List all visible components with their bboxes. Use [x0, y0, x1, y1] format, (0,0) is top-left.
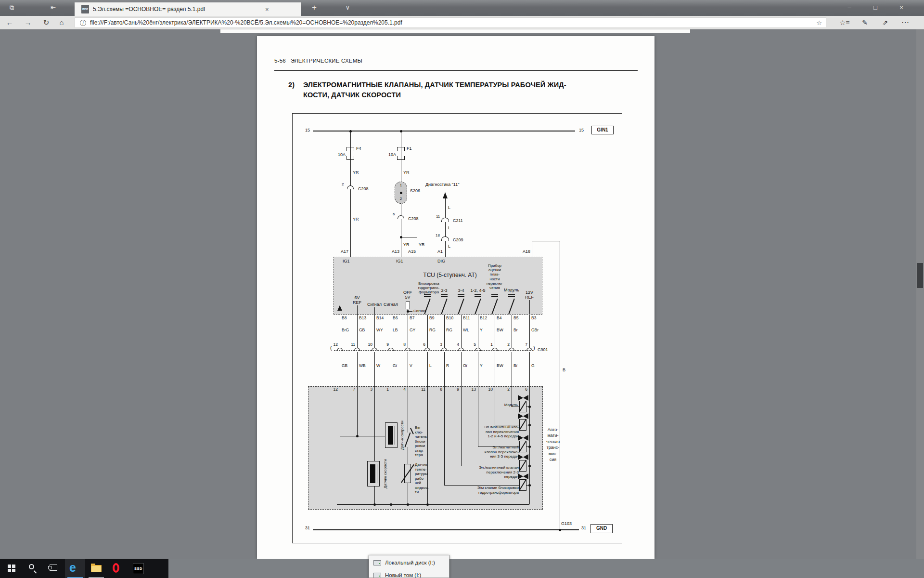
driver-symbol — [424, 294, 431, 295]
wire-color-yr: YR — [353, 217, 359, 222]
wire-color-label: WY — [376, 328, 383, 333]
wire-color-label: R — [446, 364, 449, 368]
connector-arc — [526, 348, 532, 351]
drive-item-label: Новый том (I:) — [385, 572, 421, 578]
tcu-pin-a15: A15 — [405, 250, 416, 254]
wire-color-l: L — [448, 226, 450, 231]
wire — [495, 386, 495, 425]
junction-dot — [356, 435, 359, 437]
tcu-pin-label: B4 — [497, 316, 501, 321]
c901-pin-number: 8 — [396, 342, 406, 347]
wire — [374, 352, 375, 386]
valve-icon — [518, 454, 523, 460]
ssd-app-icon: SSD — [133, 563, 144, 574]
wire — [417, 237, 417, 257]
tcu-pin-label: B10 — [446, 316, 453, 321]
solenoid-1-2-4-5-label: Эл./магнитный кла- пан переключения 1-2 … — [474, 425, 519, 439]
wire-color-b: B — [563, 368, 565, 373]
wire — [461, 386, 462, 466]
wire-color-label: Or — [463, 364, 467, 368]
start-button[interactable] — [1, 559, 22, 578]
drive-list-popup: Локальный диск (I:) Новый том (I:) — [369, 555, 449, 578]
driver-symbol — [475, 294, 481, 295]
wire — [445, 222, 446, 236]
s206-pin-2: 2 — [398, 197, 403, 201]
connector-arc — [509, 348, 514, 351]
gin1-tag: GIN1 — [591, 126, 614, 134]
c901-pin-number: 7 — [518, 342, 527, 347]
wire — [350, 189, 351, 257]
wire — [408, 311, 412, 312]
driver-symbol — [441, 296, 448, 297]
bus-31-right: 31 — [581, 526, 586, 531]
c208-pin-2: 2 — [342, 182, 344, 187]
tcu-pin-a13: A13 — [387, 250, 399, 254]
block-pin-number: 4 — [397, 387, 406, 392]
fuse-f1-name: F1 — [407, 146, 412, 151]
wire — [408, 315, 408, 348]
search-icon — [29, 564, 34, 569]
wire — [445, 241, 446, 257]
wire-color-label: WL — [463, 328, 469, 333]
connector-arc — [354, 348, 360, 351]
solenoid-3-5-label: Эл./магнитный клапан переключе- ния 3-5 … — [474, 445, 519, 459]
wire — [374, 315, 375, 348]
valve-icon — [518, 435, 523, 441]
block-pin-number: 7 — [346, 387, 355, 392]
c208-label: C208 — [358, 187, 369, 192]
wire — [401, 204, 401, 215]
tcu-pin-label: B9 — [429, 316, 434, 321]
driver-symbol — [508, 296, 515, 297]
wire — [532, 241, 560, 241]
wire — [427, 386, 428, 504]
tcu-pin-a17: A17 — [336, 250, 348, 254]
list-item[interactable]: Локальный диск (I:) — [369, 557, 449, 569]
c211-label: C211 — [453, 219, 463, 223]
starter-lock-label: Вы- клю- чатель блоки- ровки стар- тера — [415, 425, 427, 458]
wire — [357, 352, 358, 386]
search-button[interactable] — [23, 559, 43, 578]
taskbar-edge-button[interactable]: e — [65, 559, 85, 578]
wire — [461, 315, 462, 348]
wire — [427, 352, 428, 386]
speed-sensor-2-label: Датчик скорости — [383, 459, 387, 488]
c901-pin-number: 5 — [466, 342, 476, 347]
tcu-12v-ref: 12V REF — [523, 290, 536, 300]
taskbar-opera-button[interactable] — [107, 559, 128, 578]
wire-color-label: GB — [359, 328, 365, 333]
valve-icon — [518, 395, 523, 401]
wire-color-label: V — [410, 364, 412, 368]
tcu-pin-a18: A18 — [518, 250, 530, 254]
task-view-button[interactable] — [44, 559, 64, 578]
wire-color-label: LB — [393, 328, 398, 333]
windows-taskbar: e SSD РУС 15:51 23.09.2019 — [0, 559, 924, 578]
tcu-pin-label: B7 — [410, 316, 414, 321]
c211-pin: 11 — [436, 214, 440, 219]
drive-item-label: Локальный диск (I:) — [385, 560, 435, 565]
wire — [560, 241, 560, 530]
wire-color-label: WB — [359, 364, 366, 368]
wire-color-label: Br — [513, 328, 518, 333]
block-pin-number: 9 — [450, 387, 459, 392]
block-pin-number: 13 — [467, 387, 476, 392]
wire — [395, 426, 395, 445]
taskbar-ssd-button[interactable]: SSD — [128, 559, 149, 578]
list-item[interactable]: Новый том (I:) — [369, 570, 449, 578]
wire-color-label: Br — [513, 364, 518, 368]
drive-icon — [373, 573, 381, 578]
wire — [495, 315, 495, 348]
wire-color-label: RG — [429, 328, 436, 333]
c209-pin: 18 — [436, 233, 440, 238]
valve-icon — [518, 413, 523, 419]
wire — [512, 407, 519, 407]
tcu-pin-label: B12 — [480, 316, 487, 321]
tcu-6v-ref: 6V REF — [349, 296, 365, 305]
wire-color-l: L — [448, 206, 450, 210]
diagnostics-label: Диагностика "11" — [425, 183, 459, 187]
wire — [313, 131, 575, 131]
solenoid-2-3-label: Эл./магнитный клапан переключения 2-3 пе… — [469, 465, 519, 479]
block-pin-number: 6 — [519, 387, 527, 392]
wire-color-label: BW — [497, 364, 503, 368]
taskbar-explorer-button[interactable] — [86, 559, 106, 578]
wire — [391, 386, 391, 422]
